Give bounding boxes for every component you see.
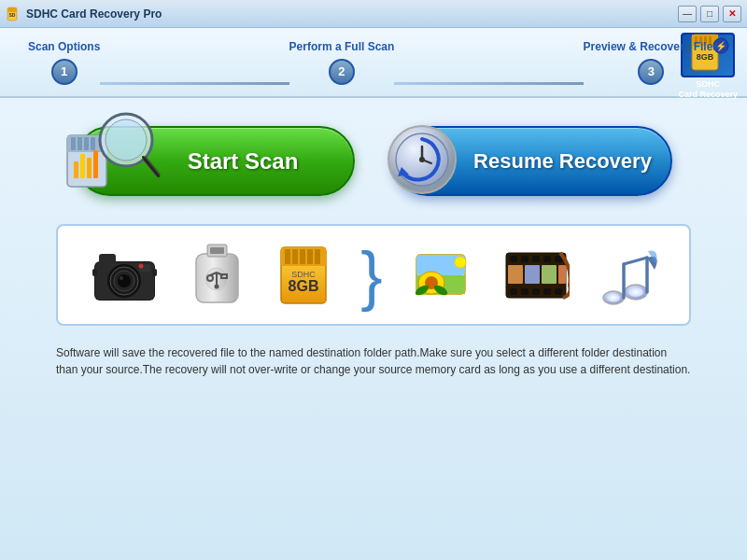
svg-rect-82 <box>508 265 523 284</box>
svg-point-90 <box>607 293 620 301</box>
step-2-label: Perform a Full Scan <box>289 40 395 53</box>
svg-rect-75 <box>543 256 551 262</box>
svg-text:SD: SD <box>9 12 16 18</box>
svg-point-38 <box>120 276 123 280</box>
svg-rect-80 <box>543 288 551 295</box>
svg-point-53 <box>214 285 218 289</box>
svg-rect-46 <box>210 247 224 254</box>
step-3: Preview & Recovery Files 3 <box>584 40 719 85</box>
svg-rect-59 <box>307 249 313 264</box>
app-title: SDHC Card Recovery Pro <box>26 7 162 21</box>
step-2: Perform a Full Scan 2 <box>289 40 395 85</box>
brace-separator: } <box>360 243 382 308</box>
svg-line-92 <box>624 258 647 264</box>
svg-point-41 <box>139 263 144 268</box>
svg-rect-42 <box>92 269 97 276</box>
svg-line-25 <box>143 157 159 176</box>
svg-rect-14 <box>71 137 76 150</box>
usb-drive-icon <box>187 240 247 310</box>
svg-rect-60 <box>315 249 320 264</box>
svg-rect-74 <box>532 256 540 262</box>
start-scan-button[interactable]: Start Scan <box>75 126 355 196</box>
title-bar-buttons: — □ ✕ <box>678 6 741 22</box>
line-2 <box>394 82 583 85</box>
sd-card-icon-item: 8GB SDHC <box>274 240 334 310</box>
film-icon <box>502 244 570 307</box>
svg-rect-16 <box>84 137 89 150</box>
photo-icon-item <box>409 244 476 307</box>
svg-rect-43 <box>152 269 157 276</box>
svg-rect-58 <box>300 249 305 264</box>
step-2-circle: 2 <box>329 59 355 85</box>
music-icon-item <box>597 244 657 307</box>
resume-icon <box>385 122 459 200</box>
start-scan-label: Start Scan <box>188 148 299 175</box>
main-content: Start Scan <box>0 98 747 560</box>
magnifier-sdcard-icon <box>63 107 161 196</box>
icon-box: 8GB SDHC } <box>56 224 691 326</box>
svg-rect-56 <box>285 249 290 264</box>
svg-rect-85 <box>558 265 566 284</box>
svg-rect-18 <box>74 161 78 178</box>
step-3-label: Preview & Recovery Files <box>584 40 719 53</box>
camera-icon-item <box>90 243 160 308</box>
step-3-circle: 3 <box>638 59 664 85</box>
close-button[interactable]: ✕ <box>723 6 741 22</box>
svg-point-23 <box>106 119 147 161</box>
svg-rect-78 <box>521 288 529 295</box>
svg-rect-19 <box>80 154 85 178</box>
svg-rect-17 <box>91 137 95 150</box>
svg-rect-57 <box>292 249 298 264</box>
svg-rect-84 <box>542 265 557 284</box>
film-icon-item <box>502 244 570 307</box>
svg-text:SDHC: SDHC <box>291 270 316 279</box>
music-icon <box>597 244 657 307</box>
svg-rect-15 <box>78 137 82 150</box>
app-icon: SD <box>6 7 21 21</box>
svg-rect-20 <box>87 158 92 178</box>
svg-point-87 <box>628 287 643 297</box>
step-1-label: Scan Options <box>28 40 100 53</box>
sd-card-icon: 8GB SDHC <box>274 240 334 310</box>
steps-bar: Scan Options 1 Perform a Full Scan 2 Pre… <box>0 28 747 98</box>
svg-rect-83 <box>525 265 540 284</box>
info-text: Software will save the recovered file to… <box>56 344 691 378</box>
resume-recovery-label: Resume Recovery <box>473 149 652 174</box>
svg-point-31 <box>419 157 425 162</box>
step-1-circle: 1 <box>51 59 78 85</box>
usb-drive-icon-item <box>187 240 247 310</box>
title-bar-left: SD SDHC Card Recovery Pro <box>6 7 162 21</box>
svg-rect-73 <box>521 256 529 262</box>
svg-rect-77 <box>510 288 517 295</box>
buttons-row: Start Scan <box>47 126 700 196</box>
steps-row: Scan Options 1 Perform a Full Scan 2 Pre… <box>28 40 719 85</box>
line-1 <box>100 82 289 85</box>
step-1: Scan Options 1 <box>28 40 100 85</box>
svg-text:8GB: 8GB <box>288 278 318 294</box>
resume-recovery-button[interactable]: Resume Recovery <box>392 126 672 196</box>
photo-icon <box>409 244 476 307</box>
svg-rect-72 <box>510 256 517 262</box>
svg-point-37 <box>118 274 131 287</box>
svg-rect-79 <box>532 288 540 295</box>
svg-rect-81 <box>555 288 562 295</box>
svg-rect-21 <box>93 150 98 178</box>
scan-icon <box>63 107 161 199</box>
minimize-button[interactable]: — <box>678 6 697 22</box>
title-bar: SD SDHC Card Recovery Pro — □ ✕ <box>0 0 747 28</box>
camera-icon <box>90 243 160 308</box>
clock-recovery-icon <box>385 122 459 197</box>
svg-point-66 <box>455 257 466 268</box>
svg-rect-39 <box>99 254 116 263</box>
maximize-button[interactable]: □ <box>700 6 719 22</box>
